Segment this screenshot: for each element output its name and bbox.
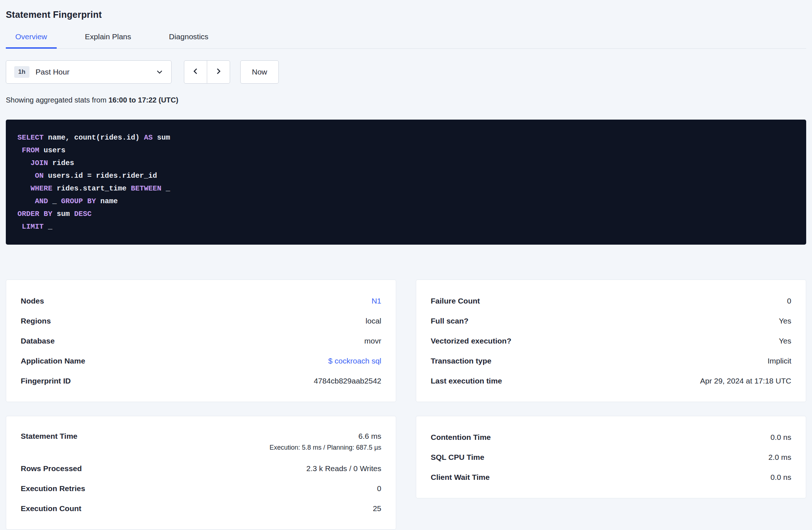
sql-text: rides.start_time bbox=[52, 184, 131, 193]
statement-details-card: Nodes N1 Regions local Database movr App… bbox=[6, 280, 396, 402]
statement-time-values: 6.6 ms Execution: 5.8 ms / Planning: 687… bbox=[269, 432, 381, 451]
now-button[interactable]: Now bbox=[240, 60, 279, 84]
chevron-down-icon bbox=[156, 68, 163, 76]
full-scan-label: Full scan? bbox=[431, 317, 469, 325]
vectorized-execution-label: Vectorized execution? bbox=[431, 337, 511, 345]
transaction-type-row: Transaction type Implicit bbox=[431, 351, 791, 371]
sql-keyword: DESC bbox=[74, 210, 92, 218]
aggregated-stats-line: Showing aggregated stats from 16:00 to 1… bbox=[6, 96, 806, 104]
contention-time-row: Contention Time 0.0 ns bbox=[431, 427, 791, 447]
nodes-row: Nodes N1 bbox=[21, 291, 381, 311]
sql-text bbox=[17, 146, 22, 154]
rows-processed-row: Rows Processed 2.3 k Reads / 0 Writes bbox=[21, 458, 381, 478]
sql-line: WHERE rides.start_time BETWEEN _ bbox=[17, 182, 795, 195]
sql-text bbox=[17, 184, 31, 193]
full-scan-value: Yes bbox=[779, 317, 791, 325]
sql-text: name bbox=[96, 197, 118, 205]
contention-time-label: Contention Time bbox=[431, 433, 491, 442]
sql-text bbox=[17, 172, 35, 180]
timing-cards-row: Statement Time 6.6 ms Execution: 5.8 ms … bbox=[6, 416, 806, 530]
tab-bar: Overview Explain Plans Diagnostics bbox=[6, 32, 806, 49]
application-name-link[interactable]: $ cockroach sql bbox=[328, 357, 381, 365]
tab-diagnostics[interactable]: Diagnostics bbox=[160, 32, 218, 48]
vectorized-execution-row: Vectorized execution? Yes bbox=[431, 331, 791, 351]
regions-value: local bbox=[366, 317, 381, 325]
database-value: movr bbox=[364, 337, 381, 345]
fingerprint-id-value: 4784cb829aab2542 bbox=[314, 377, 381, 385]
sql-line: ORDER BY sum DESC bbox=[17, 208, 795, 220]
regions-row: Regions local bbox=[21, 311, 381, 331]
time-picker-toolbar: 1h Past Hour Now bbox=[6, 60, 806, 84]
wait-times-card: Contention Time 0.0 ns SQL CPU Time 2.0 … bbox=[416, 416, 806, 498]
client-wait-time-value: 0.0 ns bbox=[771, 473, 791, 482]
execution-attributes-card: Failure Count 0 Full scan? Yes Vectorize… bbox=[416, 280, 806, 402]
regions-label: Regions bbox=[21, 317, 51, 325]
time-prev-button[interactable] bbox=[184, 60, 207, 84]
sql-line: JOIN rides bbox=[17, 157, 795, 169]
execution-retries-value: 0 bbox=[377, 484, 381, 493]
last-execution-time-label: Last execution time bbox=[431, 377, 502, 385]
stats-range: 16:00 to 17:22 (UTC) bbox=[108, 96, 178, 104]
sql-cpu-time-value: 2.0 ms bbox=[768, 453, 791, 462]
sql-text: sum bbox=[153, 133, 170, 142]
nodes-link[interactable]: N1 bbox=[371, 297, 381, 305]
execution-count-label: Execution Count bbox=[21, 504, 81, 513]
client-wait-time-row: Client Wait Time 0.0 ns bbox=[431, 467, 791, 487]
time-range-dropdown[interactable]: 1h Past Hour bbox=[6, 60, 172, 84]
fingerprint-id-label: Fingerprint ID bbox=[21, 377, 71, 385]
sql-code: SELECT name, count(rides.id) AS sum FROM… bbox=[17, 131, 795, 233]
execution-retries-row: Execution Retries 0 bbox=[21, 478, 381, 498]
statement-fingerprint-page: Statement Fingerprint Overview Explain P… bbox=[0, 0, 812, 530]
nodes-label: Nodes bbox=[21, 297, 44, 305]
sql-text: rides bbox=[48, 159, 74, 167]
sql-keyword: SELECT bbox=[17, 133, 44, 142]
fingerprint-id-row: Fingerprint ID 4784cb829aab2542 bbox=[21, 371, 381, 391]
tab-overview[interactable]: Overview bbox=[6, 32, 57, 48]
sql-text: _ bbox=[48, 197, 61, 205]
sql-line: AND _ GROUP BY name bbox=[17, 195, 795, 208]
application-name-label: Application Name bbox=[21, 357, 85, 365]
sql-keyword: WHERE bbox=[31, 184, 52, 193]
failure-count-value: 0 bbox=[787, 297, 791, 305]
stats-prefix: Showing aggregated stats from bbox=[6, 96, 106, 104]
sql-line: ON users.id = rides.rider_id bbox=[17, 169, 795, 182]
statement-time-row: Statement Time 6.6 ms Execution: 5.8 ms … bbox=[21, 427, 381, 458]
sql-text: _ bbox=[161, 184, 170, 193]
database-row: Database movr bbox=[21, 331, 381, 351]
sql-keyword: LIMIT bbox=[22, 222, 44, 231]
statement-time-breakdown: Execution: 5.8 ms / Planning: 687.5 µs bbox=[269, 444, 381, 451]
transaction-type-value: Implicit bbox=[768, 357, 791, 365]
execution-count-value: 25 bbox=[373, 504, 381, 513]
database-label: Database bbox=[21, 337, 55, 345]
sql-text bbox=[17, 159, 31, 167]
time-range-arrows bbox=[184, 60, 230, 84]
sql-text bbox=[17, 222, 22, 231]
contention-time-value: 0.0 ns bbox=[771, 433, 791, 442]
sql-text: _ bbox=[44, 222, 52, 231]
sql-line: LIMIT _ bbox=[17, 220, 795, 233]
sql-keyword: GROUP BY bbox=[61, 197, 96, 205]
rows-processed-value: 2.3 k Reads / 0 Writes bbox=[306, 464, 381, 473]
sql-statement-box: SELECT name, count(rides.id) AS sum FROM… bbox=[6, 120, 806, 245]
chevron-left-icon bbox=[192, 68, 199, 77]
chevron-right-icon bbox=[215, 68, 222, 77]
execution-retries-label: Execution Retries bbox=[21, 484, 85, 493]
sql-keyword: JOIN bbox=[31, 159, 48, 167]
sql-line: SELECT name, count(rides.id) AS sum bbox=[17, 131, 795, 144]
sql-keyword: ON bbox=[35, 172, 44, 180]
tab-explain-plans[interactable]: Explain Plans bbox=[76, 32, 141, 48]
time-next-button[interactable] bbox=[207, 60, 230, 84]
sql-text: users.id = rides.rider_id bbox=[44, 172, 157, 180]
transaction-type-label: Transaction type bbox=[431, 357, 491, 365]
sql-text bbox=[17, 197, 35, 205]
vectorized-execution-value: Yes bbox=[779, 337, 791, 345]
last-execution-time-value: Apr 29, 2024 at 17:18 UTC bbox=[700, 377, 791, 385]
full-scan-row: Full scan? Yes bbox=[431, 311, 791, 331]
details-cards-row: Nodes N1 Regions local Database movr App… bbox=[6, 280, 806, 402]
sql-keyword: ORDER BY bbox=[17, 210, 52, 218]
time-range-label: Past Hour bbox=[36, 68, 69, 76]
failure-count-label: Failure Count bbox=[431, 297, 480, 305]
sql-text: users bbox=[39, 146, 65, 154]
statement-time-label: Statement Time bbox=[21, 432, 77, 441]
rows-processed-label: Rows Processed bbox=[21, 464, 82, 473]
